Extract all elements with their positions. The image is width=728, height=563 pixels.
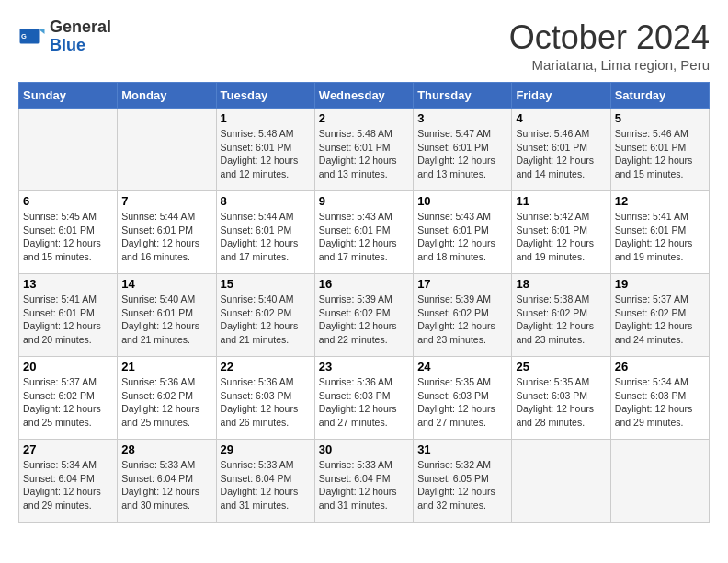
calendar-day-cell: 15Sunrise: 5:40 AMSunset: 6:02 PMDayligh… — [216, 274, 314, 357]
day-number: 24 — [417, 360, 507, 373]
day-number: 4 — [516, 111, 606, 125]
day-info: Sunrise: 5:44 AMSunset: 6:01 PMDaylight:… — [221, 210, 311, 264]
day-info: Sunrise: 5:38 AMSunset: 6:02 PMDaylight:… — [516, 293, 606, 347]
day-info: Sunrise: 5:35 AMSunset: 6:03 PMDaylight:… — [516, 375, 606, 430]
calendar-day-cell: 5Sunrise: 5:46 AMSunset: 6:01 PMDaylight… — [610, 109, 709, 191]
calendar-day-cell: 29Sunrise: 5:33 AMSunset: 6:04 PMDayligh… — [216, 440, 314, 523]
day-info: Sunrise: 5:46 AMSunset: 6:01 PMDaylight:… — [516, 127, 606, 181]
calendar-day-cell: 9Sunrise: 5:43 AMSunset: 6:01 PMDaylight… — [314, 191, 413, 274]
day-number: 16 — [319, 277, 409, 291]
calendar-week-row: 27Sunrise: 5:34 AMSunset: 6:04 PMDayligh… — [19, 440, 710, 523]
day-number: 26 — [615, 360, 705, 373]
day-info: Sunrise: 5:40 AMSunset: 6:02 PMDaylight:… — [221, 293, 311, 347]
logo-text: General Blue — [50, 18, 111, 55]
calendar-day-cell: 1Sunrise: 5:48 AMSunset: 6:01 PMDaylight… — [216, 109, 314, 191]
calendar-day-cell — [19, 109, 118, 191]
svg-text:G: G — [21, 31, 27, 40]
calendar-day-cell: 19Sunrise: 5:37 AMSunset: 6:02 PMDayligh… — [610, 274, 709, 357]
title-area: October 2024 Mariatana, Lima region, Per… — [509, 18, 710, 73]
day-number: 1 — [221, 111, 311, 125]
day-info: Sunrise: 5:41 AMSunset: 6:01 PMDaylight:… — [615, 210, 705, 264]
calendar-day-cell — [118, 109, 216, 191]
calendar-day-cell: 22Sunrise: 5:36 AMSunset: 6:03 PMDayligh… — [216, 357, 314, 440]
day-info: Sunrise: 5:33 AMSunset: 6:04 PMDaylight:… — [121, 458, 211, 512]
calendar-day-cell: 6Sunrise: 5:45 AMSunset: 6:01 PMDaylight… — [19, 191, 118, 274]
day-number: 25 — [516, 360, 606, 373]
day-info: Sunrise: 5:36 AMSunset: 6:03 PMDaylight:… — [319, 375, 409, 430]
header-row: SundayMondayTuesdayWednesdayThursdayFrid… — [19, 83, 710, 109]
day-number: 3 — [417, 111, 507, 125]
day-number: 12 — [615, 194, 705, 208]
day-number: 6 — [23, 194, 113, 208]
calendar-table: SundayMondayTuesdayWednesdayThursdayFrid… — [18, 82, 710, 523]
calendar-day-cell: 7Sunrise: 5:44 AMSunset: 6:01 PMDaylight… — [118, 191, 216, 274]
day-info: Sunrise: 5:33 AMSunset: 6:04 PMDaylight:… — [221, 458, 311, 512]
calendar-day-cell: 26Sunrise: 5:34 AMSunset: 6:03 PMDayligh… — [610, 357, 709, 440]
day-number: 5 — [615, 111, 705, 125]
day-info: Sunrise: 5:39 AMSunset: 6:02 PMDaylight:… — [417, 293, 507, 347]
day-number: 22 — [221, 360, 311, 373]
page-header: G General Blue October 2024 Mariatana, L… — [18, 18, 710, 73]
day-number: 30 — [319, 442, 409, 456]
weekday-header: Saturday — [610, 83, 709, 109]
day-number: 10 — [417, 194, 507, 208]
weekday-header: Wednesday — [314, 83, 413, 109]
day-number: 15 — [221, 277, 311, 291]
calendar-day-cell: 3Sunrise: 5:47 AMSunset: 6:01 PMDaylight… — [414, 109, 512, 191]
calendar-day-cell: 13Sunrise: 5:41 AMSunset: 6:01 PMDayligh… — [19, 274, 118, 357]
calendar-day-cell: 16Sunrise: 5:39 AMSunset: 6:02 PMDayligh… — [314, 274, 413, 357]
day-number: 13 — [23, 277, 113, 291]
weekday-header: Sunday — [19, 83, 118, 109]
calendar-day-cell — [512, 440, 610, 523]
calendar-day-cell: 12Sunrise: 5:41 AMSunset: 6:01 PMDayligh… — [610, 191, 709, 274]
day-number: 21 — [121, 360, 211, 373]
day-number: 23 — [319, 360, 409, 373]
calendar-day-cell: 10Sunrise: 5:43 AMSunset: 6:01 PMDayligh… — [414, 191, 512, 274]
day-info: Sunrise: 5:43 AMSunset: 6:01 PMDaylight:… — [417, 210, 507, 264]
day-number: 9 — [319, 194, 409, 208]
day-info: Sunrise: 5:40 AMSunset: 6:01 PMDaylight:… — [121, 293, 211, 347]
day-number: 17 — [417, 277, 507, 291]
day-info: Sunrise: 5:42 AMSunset: 6:01 PMDaylight:… — [516, 210, 606, 264]
month-title: October 2024 — [509, 18, 710, 57]
day-info: Sunrise: 5:36 AMSunset: 6:02 PMDaylight:… — [121, 375, 211, 430]
calendar-week-row: 13Sunrise: 5:41 AMSunset: 6:01 PMDayligh… — [19, 274, 710, 357]
day-number: 20 — [23, 360, 113, 373]
day-info: Sunrise: 5:39 AMSunset: 6:02 PMDaylight:… — [319, 293, 409, 347]
calendar-day-cell: 25Sunrise: 5:35 AMSunset: 6:03 PMDayligh… — [512, 357, 610, 440]
day-info: Sunrise: 5:48 AMSunset: 6:01 PMDaylight:… — [221, 127, 311, 181]
day-info: Sunrise: 5:37 AMSunset: 6:02 PMDaylight:… — [23, 375, 113, 430]
day-info: Sunrise: 5:32 AMSunset: 6:05 PMDaylight:… — [417, 458, 507, 512]
weekday-header: Monday — [118, 83, 216, 109]
calendar-day-cell: 21Sunrise: 5:36 AMSunset: 6:02 PMDayligh… — [118, 357, 216, 440]
calendar-day-cell: 24Sunrise: 5:35 AMSunset: 6:03 PMDayligh… — [414, 357, 512, 440]
day-number: 19 — [615, 277, 705, 291]
calendar-day-cell: 8Sunrise: 5:44 AMSunset: 6:01 PMDaylight… — [216, 191, 314, 274]
day-info: Sunrise: 5:41 AMSunset: 6:01 PMDaylight:… — [23, 293, 113, 347]
calendar-day-cell — [610, 440, 709, 523]
calendar-day-cell: 14Sunrise: 5:40 AMSunset: 6:01 PMDayligh… — [118, 274, 216, 357]
logo-icon: G — [18, 23, 46, 51]
weekday-header: Tuesday — [216, 83, 314, 109]
logo-line1: General — [50, 17, 111, 36]
day-info: Sunrise: 5:44 AMSunset: 6:01 PMDaylight:… — [121, 210, 211, 264]
day-info: Sunrise: 5:47 AMSunset: 6:01 PMDaylight:… — [417, 127, 507, 181]
calendar-day-cell: 2Sunrise: 5:48 AMSunset: 6:01 PMDaylight… — [314, 109, 413, 191]
day-number: 7 — [121, 194, 211, 208]
day-number: 28 — [121, 442, 211, 456]
calendar-week-row: 1Sunrise: 5:48 AMSunset: 6:01 PMDaylight… — [19, 109, 710, 191]
calendar-day-cell: 11Sunrise: 5:42 AMSunset: 6:01 PMDayligh… — [512, 191, 610, 274]
day-number: 14 — [121, 277, 211, 291]
location-subtitle: Mariatana, Lima region, Peru — [509, 57, 710, 73]
day-info: Sunrise: 5:48 AMSunset: 6:01 PMDaylight:… — [319, 127, 409, 181]
day-info: Sunrise: 5:43 AMSunset: 6:01 PMDaylight:… — [319, 210, 409, 264]
day-number: 27 — [23, 442, 113, 456]
day-number: 29 — [221, 442, 311, 456]
day-info: Sunrise: 5:34 AMSunset: 6:03 PMDaylight:… — [615, 375, 705, 430]
calendar-day-cell: 4Sunrise: 5:46 AMSunset: 6:01 PMDaylight… — [512, 109, 610, 191]
day-info: Sunrise: 5:34 AMSunset: 6:04 PMDaylight:… — [23, 458, 113, 512]
day-info: Sunrise: 5:46 AMSunset: 6:01 PMDaylight:… — [615, 127, 705, 181]
day-info: Sunrise: 5:36 AMSunset: 6:03 PMDaylight:… — [221, 375, 311, 430]
day-info: Sunrise: 5:35 AMSunset: 6:03 PMDaylight:… — [417, 375, 507, 430]
day-info: Sunrise: 5:37 AMSunset: 6:02 PMDaylight:… — [615, 293, 705, 347]
